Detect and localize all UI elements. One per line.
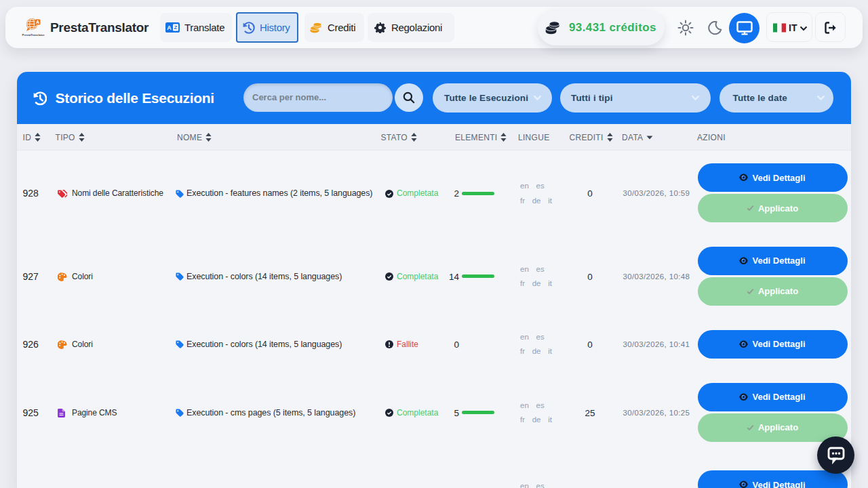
svg-text:PrestaTranslator: PrestaTranslator bbox=[22, 33, 44, 37]
svg-text:Z: Z bbox=[174, 24, 178, 30]
svg-text:A: A bbox=[36, 20, 39, 24]
svg-text:A: A bbox=[167, 24, 172, 31]
